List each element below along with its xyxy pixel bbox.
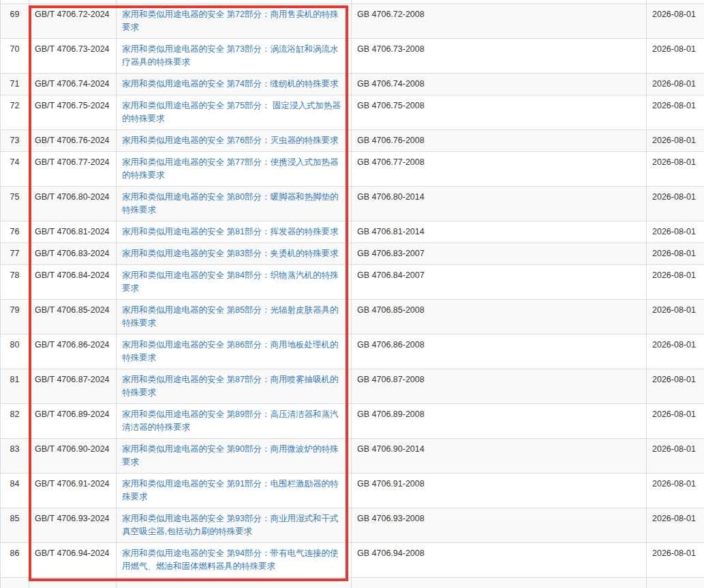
table-row: 80GB/T 4706.86-2024家用和类似用途电器的安全 第86部分：商用… xyxy=(1,335,704,369)
standard-title-link[interactable]: 家用和类似用途电器的安全 第80部分：暖脚器和热脚垫的特殊要求 xyxy=(122,192,338,215)
standard-title-cell: 家用和类似用途电器的安全 第90部分：商用微波炉的特殊要求 xyxy=(117,439,352,474)
standard-title-link[interactable]: 家用和类似用途电器的安全 第83部分：夹烫机的特殊要求 xyxy=(122,249,338,258)
standard-title-cell: 家用和类似用途电器的安全 第85部分：光辐射皮肤器具的特殊要求 xyxy=(117,300,352,335)
standard-title-link[interactable]: 家用和类似用途电器的安全 第91部分：电围栏激励器的特殊要求 xyxy=(122,479,338,501)
implementation-date-cell: 2026-08-01 xyxy=(647,543,704,578)
row-index-cell: 78 xyxy=(1,265,29,300)
implementation-date-cell: 2026-08-01 xyxy=(647,508,704,543)
standard-title-cell: 家用和类似用途电器的安全 第93部分：商业用湿式和干式真空吸尘器,包括动力刷的特… xyxy=(117,508,352,543)
standard-title-link[interactable]: 家用和类似用途电器的安全 第74部分：缝纫机的特殊要求 xyxy=(122,79,338,89)
replaced-standard-cell: GB 4706.94-2008 xyxy=(352,543,647,578)
standard-title-cell: 家用和类似用途电器的安全 第73部分：涡流浴缸和涡流水疗器具的特殊要求 xyxy=(117,39,352,74)
implementation-date-cell: 2026-08-01 xyxy=(647,187,704,221)
standard-title-link[interactable]: 家用和类似用途电器的安全 第90部分：商用微波炉的特殊要求 xyxy=(122,444,338,467)
row-index-cell: 72 xyxy=(1,95,29,130)
standard-title-link[interactable]: 家用和类似用途电器的安全 第77部分：便携浸入式加热器的特殊要求 xyxy=(122,157,338,180)
row-index-cell: 79 xyxy=(1,300,29,335)
standard-title-cell: 家用和类似用途电器的安全 第81部分：挥发器的特殊要求 xyxy=(117,221,352,243)
partial-cell xyxy=(29,578,117,588)
standard-title-cell: 家用和类似用途电器的安全 第77部分：便携浸入式加热器的特殊要求 xyxy=(117,152,352,187)
standard-title-link[interactable]: 家用和类似用途电器的安全 第86部分：商用地板处理机的特殊要求 xyxy=(122,340,338,362)
standard-number-cell: GB/T 4706.74-2024 xyxy=(29,74,117,95)
standard-number-cell: GB/T 4706.85-2024 xyxy=(29,300,117,335)
standard-title-cell: 家用和类似用途电器的安全 第74部分：缝纫机的特殊要求 xyxy=(117,74,352,95)
standard-number-cell: GB/T 4706.83-2024 xyxy=(29,243,117,265)
table-row: 78GB/T 4706.84-2024家用和类似用途电器的安全 第84部分：织物… xyxy=(1,265,704,300)
standard-title-cell: 家用和类似用途电器的安全 第75部分： 固定浸入式加热器的特殊要求 xyxy=(117,95,352,130)
row-index-cell: 69 xyxy=(1,4,29,39)
standard-title-cell: 家用和类似用途电器的安全 第87部分：商用喷雾抽吸机的特殊要求 xyxy=(117,369,352,404)
standard-title-link[interactable]: 家用和类似用途电器的安全 第72部分：商用售卖机的特殊要求 xyxy=(122,10,338,32)
implementation-date-cell: 2026-08-01 xyxy=(647,39,704,74)
table-row: 73GB/T 4706.76-2024家用和类似用途电器的安全 第76部分：灭虫… xyxy=(1,130,704,152)
replaced-standard-cell: GB 4706.74-2008 xyxy=(352,74,647,95)
row-index-cell: 73 xyxy=(1,130,29,152)
replaced-standard-cell: GB 4706.80-2014 xyxy=(352,187,647,221)
standard-number-cell: GB/T 4706.80-2024 xyxy=(29,187,117,221)
standard-number-cell: GB/T 4706.81-2024 xyxy=(29,221,117,243)
standard-number-cell: GB/T 4706.94-2024 xyxy=(29,543,117,578)
replaced-standard-cell: GB 4706.89-2008 xyxy=(352,404,647,439)
table-row: 77GB/T 4706.83-2024家用和类似用途电器的安全 第83部分：夹烫… xyxy=(1,243,704,265)
standard-number-cell: GB/T 4706.72-2024 xyxy=(29,4,117,39)
table-row: 84GB/T 4706.91-2024家用和类似用途电器的安全 第91部分：电围… xyxy=(1,474,704,508)
replaced-standard-cell: GB 4706.86-2008 xyxy=(352,335,647,369)
replaced-standard-cell: GB 4706.83-2007 xyxy=(352,243,647,265)
implementation-date-cell: 2026-08-01 xyxy=(647,369,704,404)
implementation-date-cell: 2026-08-01 xyxy=(647,152,704,187)
partial-cell xyxy=(352,578,647,588)
implementation-date-cell: 2026-08-01 xyxy=(647,404,704,439)
standard-title-link[interactable]: 家用和类似用途电器的安全 第73部分：涡流浴缸和涡流水疗器具的特殊要求 xyxy=(122,44,338,67)
table-row: 85GB/T 4706.93-2024家用和类似用途电器的安全 第93部分：商业… xyxy=(1,508,704,543)
row-index-cell: 84 xyxy=(1,474,29,508)
row-index-cell: 76 xyxy=(1,221,29,243)
standard-title-link[interactable]: 家用和类似用途电器的安全 第81部分：挥发器的特殊要求 xyxy=(122,227,338,236)
standard-title-cell: 家用和类似用途电器的安全 第91部分：电围栏激励器的特殊要求 xyxy=(117,474,352,508)
standard-number-cell: GB/T 4706.75-2024 xyxy=(29,95,117,130)
implementation-date-cell: 2026-08-01 xyxy=(647,130,704,152)
table-row: 71GB/T 4706.74-2024家用和类似用途电器的安全 第74部分：缝纫… xyxy=(1,74,704,95)
partial-row-bottom xyxy=(1,578,704,588)
table-row: 72GB/T 4706.75-2024家用和类似用途电器的安全 第75部分： 固… xyxy=(1,95,704,130)
replaced-standard-cell: GB 4706.72-2008 xyxy=(352,4,647,39)
standard-number-cell: GB/T 4706.77-2024 xyxy=(29,152,117,187)
replaced-standard-cell: GB 4706.93-2008 xyxy=(352,508,647,543)
standard-title-cell: 家用和类似用途电器的安全 第80部分：暖脚器和热脚垫的特殊要求 xyxy=(117,187,352,221)
standards-table: 69GB/T 4706.72-2024家用和类似用途电器的安全 第72部分：商用… xyxy=(0,0,704,588)
standards-table-body: 69GB/T 4706.72-2024家用和类似用途电器的安全 第72部分：商用… xyxy=(1,0,704,588)
implementation-date-cell: 2026-08-01 xyxy=(647,95,704,130)
row-index-cell: 83 xyxy=(1,439,29,474)
standard-number-cell: GB/T 4706.86-2024 xyxy=(29,335,117,369)
replaced-standard-cell: GB 4706.85-2008 xyxy=(352,300,647,335)
standard-title-link[interactable]: 家用和类似用途电器的安全 第94部分：带有电气连接的使用燃气、燃油和固体燃料器具… xyxy=(122,548,338,571)
standard-title-link[interactable]: 家用和类似用途电器的安全 第84部分：织物蒸汽机的特殊要求 xyxy=(122,270,338,293)
row-index-cell: 70 xyxy=(1,39,29,74)
replaced-standard-cell: GB 4706.81-2014 xyxy=(352,221,647,243)
standard-title-link[interactable]: 家用和类似用途电器的安全 第75部分： 固定浸入式加热器的特殊要求 xyxy=(122,101,341,123)
standard-number-cell: GB/T 4706.76-2024 xyxy=(29,130,117,152)
replaced-standard-cell: GB 4706.75-2008 xyxy=(352,95,647,130)
standard-title-link[interactable]: 家用和类似用途电器的安全 第76部分：灭虫器的特殊要求 xyxy=(122,136,338,145)
partial-cell xyxy=(117,578,352,588)
row-index-cell: 77 xyxy=(1,243,29,265)
standard-title-link[interactable]: 家用和类似用途电器的安全 第89部分：高压清洁器和蒸汽清洁器的特殊要求 xyxy=(122,409,338,432)
standard-number-cell: GB/T 4706.89-2024 xyxy=(29,404,117,439)
replaced-standard-cell: GB 4706.87-2008 xyxy=(352,369,647,404)
standard-title-link[interactable]: 家用和类似用途电器的安全 第87部分：商用喷雾抽吸机的特殊要求 xyxy=(122,375,338,397)
implementation-date-cell: 2026-08-01 xyxy=(647,221,704,243)
standard-title-cell: 家用和类似用途电器的安全 第86部分：商用地板处理机的特殊要求 xyxy=(117,335,352,369)
table-row: 74GB/T 4706.77-2024家用和类似用途电器的安全 第77部分：便携… xyxy=(1,152,704,187)
table-row: 79GB/T 4706.85-2024家用和类似用途电器的安全 第85部分：光辐… xyxy=(1,300,704,335)
standard-title-link[interactable]: 家用和类似用途电器的安全 第85部分：光辐射皮肤器具的特殊要求 xyxy=(122,305,338,328)
replaced-standard-cell: GB 4706.84-2007 xyxy=(352,265,647,300)
implementation-date-cell: 2026-08-01 xyxy=(647,474,704,508)
partial-cell xyxy=(1,578,29,588)
row-index-cell: 75 xyxy=(1,187,29,221)
standard-number-cell: GB/T 4706.73-2024 xyxy=(29,39,117,74)
row-index-cell: 82 xyxy=(1,404,29,439)
row-index-cell: 85 xyxy=(1,508,29,543)
table-row: 75GB/T 4706.80-2024家用和类似用途电器的安全 第80部分：暖脚… xyxy=(1,187,704,221)
standard-title-link[interactable]: 家用和类似用途电器的安全 第93部分：商业用湿式和干式真空吸尘器,包括动力刷的特… xyxy=(122,514,338,536)
standard-number-cell: GB/T 4706.91-2024 xyxy=(29,474,117,508)
replaced-standard-cell: GB 4706.73-2008 xyxy=(352,39,647,74)
